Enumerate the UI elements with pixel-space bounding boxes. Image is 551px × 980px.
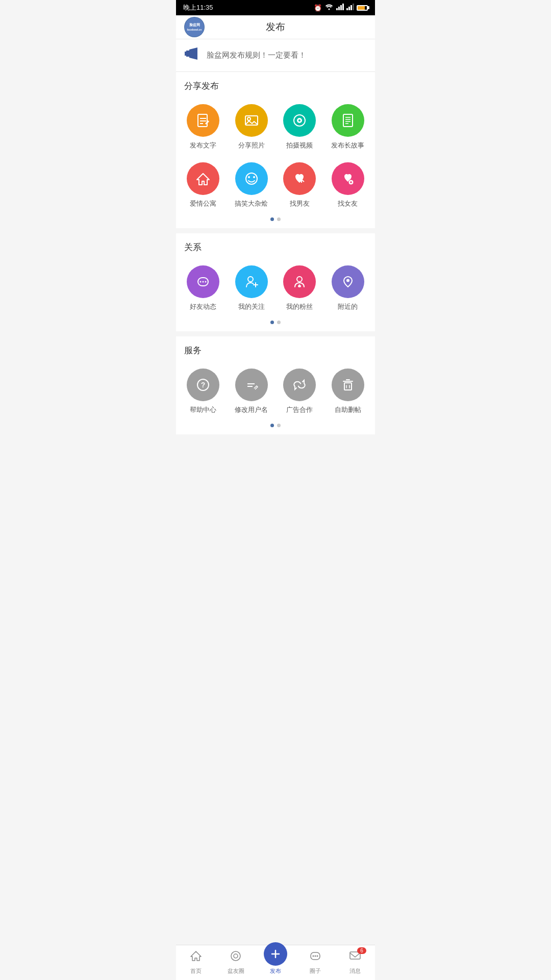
time: 晚上11:35 — [183, 3, 213, 12]
svg-rect-3 — [340, 5, 342, 10]
svg-point-0 — [329, 9, 330, 10]
find-boyfriend-label: 找男友 — [290, 199, 310, 208]
dot-s2 — [277, 424, 281, 427]
help-center-icon: ? — [187, 369, 219, 401]
svg-rect-4 — [342, 4, 344, 10]
dot-r2 — [277, 321, 281, 324]
service-dots — [176, 421, 375, 434]
svg-marker-10 — [189, 47, 197, 60]
svg-rect-8 — [353, 4, 354, 10]
find-girlfriend-label: 找女友 — [338, 199, 358, 208]
service-grid: ? 帮助中心 修改用户名 广告合作 — [176, 360, 375, 421]
share-dots — [176, 214, 375, 228]
nearby-item[interactable]: 附近的 — [325, 261, 371, 317]
publish-story-icon — [332, 104, 364, 137]
publish-story-label: 发布长故事 — [331, 141, 364, 150]
svg-text:?: ? — [201, 381, 206, 389]
svg-rect-6 — [348, 7, 350, 10]
nearby-icon — [332, 265, 364, 298]
svg-point-30 — [248, 176, 250, 178]
svg-point-29 — [246, 173, 257, 184]
svg-rect-2 — [338, 7, 340, 10]
svg-point-18 — [247, 117, 251, 120]
logo-text: 脸盆网facebowl.cn — [185, 17, 204, 37]
app-logo: 脸盆网facebowl.cn — [184, 17, 205, 37]
find-boyfriend-item[interactable]: 找男友 — [277, 158, 323, 214]
dot-2 — [277, 217, 281, 221]
love-apartment-icon — [187, 162, 219, 195]
ad-coop-item[interactable]: 广告合作 — [277, 364, 323, 421]
relation-grid: 好友动态 我的关注 我的粉丝 — [176, 257, 375, 317]
find-girlfriend-icon — [332, 162, 364, 195]
record-video-label: 拍摄视频 — [286, 141, 313, 150]
svg-point-43 — [297, 277, 302, 282]
share-section: 分享发布 发布文字 分享照片 — [176, 72, 375, 228]
svg-rect-7 — [350, 5, 352, 10]
delete-post-item[interactable]: 自助删帖 — [325, 364, 371, 421]
svg-rect-49 — [344, 383, 352, 390]
delete-post-label: 自助删帖 — [335, 405, 361, 414]
comedy-icon — [235, 162, 268, 195]
my-fans-item[interactable]: 我的粉丝 — [277, 261, 323, 317]
nearby-label: 附近的 — [338, 302, 358, 311]
delete-post-icon — [332, 369, 364, 401]
publish-text-label: 发布文字 — [190, 141, 216, 150]
my-follow-label: 我的关注 — [238, 302, 265, 311]
service-section: 服务 ? 帮助中心 修改用户名 — [176, 336, 375, 434]
relation-title: 关系 — [176, 233, 375, 257]
my-fans-icon — [283, 265, 316, 298]
share-photo-item[interactable]: 分享照片 — [229, 100, 275, 156]
svg-rect-22 — [343, 114, 353, 127]
page-title: 发布 — [266, 20, 285, 34]
love-apartment-label: 爱情公寓 — [190, 199, 216, 208]
ad-coop-icon — [283, 369, 316, 401]
publish-story-item[interactable]: 发布长故事 — [325, 100, 371, 156]
share-photo-icon — [235, 104, 268, 137]
my-follow-icon — [235, 265, 268, 298]
notice-text: 脸盆网发布规则！一定要看！ — [207, 51, 306, 60]
alarm-icon: ⏰ — [314, 4, 322, 12]
dot-r1 — [270, 321, 274, 324]
record-video-item[interactable]: 拍摄视频 — [277, 100, 323, 156]
change-username-icon — [235, 369, 268, 401]
service-title: 服务 — [176, 336, 375, 360]
status-bar: 晚上11:35 ⏰ — [176, 0, 375, 15]
change-username-label: 修改用户名 — [235, 405, 268, 414]
friend-feed-item[interactable]: 好友动态 — [180, 261, 227, 317]
relation-dots — [176, 317, 375, 331]
help-center-item[interactable]: ? 帮助中心 — [180, 364, 227, 421]
my-follow-item[interactable]: 我的关注 — [229, 261, 275, 317]
svg-point-39 — [205, 281, 207, 283]
find-boyfriend-icon — [283, 162, 316, 195]
love-apartment-item[interactable]: 爱情公寓 — [180, 158, 227, 214]
comedy-item[interactable]: 搞笑大杂烩 — [229, 158, 275, 214]
help-center-label: 帮助中心 — [190, 405, 216, 414]
svg-point-21 — [298, 119, 300, 121]
signal2-icon — [346, 4, 354, 12]
status-icons: ⏰ — [314, 4, 368, 12]
svg-point-31 — [253, 176, 255, 178]
battery-icon — [357, 5, 368, 11]
svg-rect-5 — [346, 8, 348, 10]
header: 脸盆网facebowl.cn 发布 — [176, 15, 375, 39]
record-video-icon — [283, 104, 316, 137]
my-fans-label: 我的粉丝 — [286, 302, 313, 311]
comedy-label: 搞笑大杂烩 — [235, 199, 268, 208]
friend-feed-icon — [187, 265, 219, 298]
ad-coop-label: 广告合作 — [286, 405, 313, 414]
notice-bar[interactable]: 脸盆网发布规则！一定要看！ — [176, 39, 375, 72]
publish-text-icon — [187, 104, 219, 137]
megaphone-icon — [184, 46, 201, 64]
dot-s1 — [270, 424, 274, 427]
dot-1 — [270, 217, 274, 221]
friend-feed-label: 好友动态 — [190, 302, 216, 311]
svg-point-38 — [203, 281, 204, 283]
relation-section: 关系 好友动态 我的关注 — [176, 233, 375, 331]
find-girlfriend-item[interactable]: 找女友 — [325, 158, 371, 214]
svg-rect-11 — [185, 52, 186, 56]
publish-text-item[interactable]: 发布文字 — [180, 100, 227, 156]
svg-point-37 — [200, 281, 202, 283]
change-username-item[interactable]: 修改用户名 — [229, 364, 275, 421]
share-photo-label: 分享照片 — [238, 141, 265, 150]
svg-marker-9 — [186, 51, 189, 57]
